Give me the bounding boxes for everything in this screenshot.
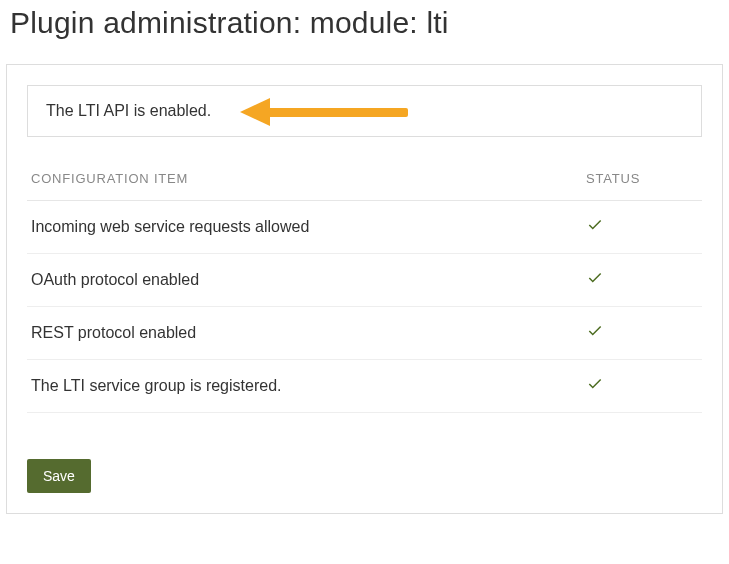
table-row: The LTI service group is registered. bbox=[27, 360, 702, 413]
save-button[interactable]: Save bbox=[27, 459, 91, 493]
config-item-label: The LTI service group is registered. bbox=[27, 360, 582, 413]
check-icon bbox=[586, 269, 604, 287]
check-icon bbox=[586, 322, 604, 340]
svg-marker-1 bbox=[240, 98, 270, 126]
header-config-item: CONFIGURATION ITEM bbox=[27, 163, 582, 201]
annotation-arrow-icon bbox=[240, 94, 410, 134]
check-icon bbox=[586, 375, 604, 393]
config-item-label: REST protocol enabled bbox=[27, 307, 582, 360]
check-icon bbox=[586, 216, 604, 234]
status-alert: The LTI API is enabled. bbox=[27, 85, 702, 137]
config-item-label: Incoming web service requests allowed bbox=[27, 201, 582, 254]
svg-rect-0 bbox=[264, 108, 408, 117]
config-table: CONFIGURATION ITEM STATUS Incoming web s… bbox=[27, 163, 702, 413]
status-alert-text: The LTI API is enabled. bbox=[46, 102, 211, 119]
table-row: Incoming web service requests allowed bbox=[27, 201, 702, 254]
table-row: OAuth protocol enabled bbox=[27, 254, 702, 307]
header-status: STATUS bbox=[582, 163, 702, 201]
config-item-label: OAuth protocol enabled bbox=[27, 254, 582, 307]
page-title: Plugin administration: module: lti bbox=[10, 6, 723, 40]
config-panel: The LTI API is enabled. CONFIGURATION IT… bbox=[6, 64, 723, 514]
table-row: REST protocol enabled bbox=[27, 307, 702, 360]
